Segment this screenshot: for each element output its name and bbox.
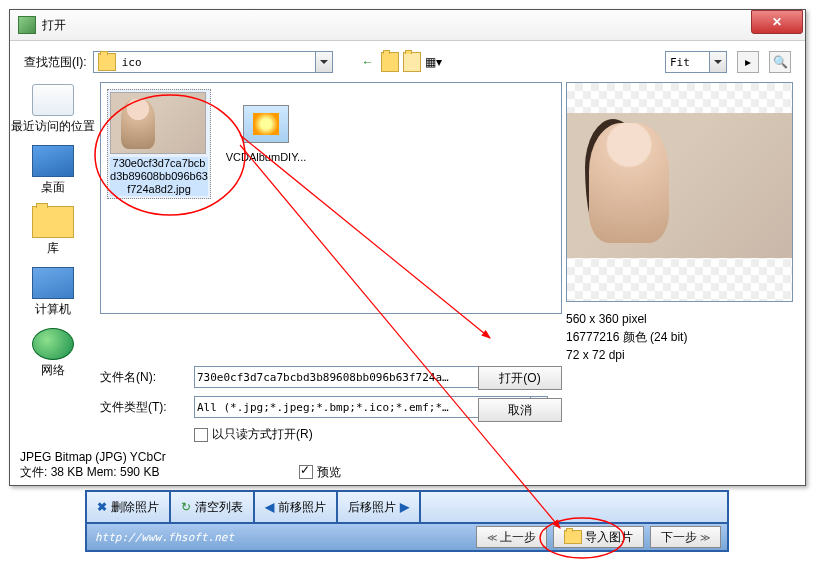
move-prev-button[interactable]: ◀前移照片 bbox=[255, 492, 338, 522]
preview-image bbox=[566, 82, 793, 302]
preview-checkbox[interactable]: 预览 bbox=[299, 464, 341, 481]
preview-dim: 560 x 360 pixel bbox=[566, 310, 791, 328]
place-computer-icon bbox=[32, 267, 74, 299]
place-library[interactable]: 库 bbox=[10, 204, 96, 261]
file-caption: 730e0cf3d7ca7bcbd3b89608bb096b63f724a8d2… bbox=[110, 157, 208, 196]
place-label: 库 bbox=[10, 240, 96, 257]
place-label: 计算机 bbox=[10, 301, 96, 318]
preview-depth: 16777216 颜色 (24 bit) bbox=[566, 328, 791, 346]
file-item[interactable]: VCDAlbumDIY... bbox=[217, 89, 315, 164]
move-next-button[interactable]: 后移照片▶ bbox=[338, 492, 421, 522]
nav-icons: ← ▦▾ bbox=[359, 53, 443, 71]
place-desktop-icon bbox=[32, 145, 74, 177]
file-caption: VCDAlbumDIY... bbox=[217, 151, 315, 164]
app-icon bbox=[18, 16, 36, 34]
status-format: JPEG Bitmap (JPG) YCbCr bbox=[20, 450, 795, 464]
lookin-label: 查找范围(I): bbox=[24, 54, 87, 71]
view-menu-icon[interactable]: ▦▾ bbox=[425, 53, 443, 71]
status-bar: JPEG Bitmap (JPG) YCbCr 文件: 38 KB Mem: 5… bbox=[10, 445, 805, 485]
new-folder-icon[interactable] bbox=[403, 53, 421, 71]
place-recent[interactable]: 最近访问的位置 bbox=[10, 82, 96, 139]
wizard-prev-button[interactable]: ≪上一步 bbox=[476, 526, 547, 548]
chevron-down-icon[interactable] bbox=[315, 52, 332, 72]
file-list[interactable]: 730e0cf3d7ca7bcbd3b89608bb096b63f724a8d2… bbox=[100, 82, 562, 314]
folder-combo[interactable]: ico bbox=[93, 51, 333, 73]
place-desktop[interactable]: 桌面 bbox=[10, 143, 96, 200]
footer-url: http://www.fhsoft.net bbox=[87, 531, 476, 544]
place-computer[interactable]: 计算机 bbox=[10, 265, 96, 322]
titlebar: 打开 ✕ bbox=[10, 10, 805, 41]
magnify-icon[interactable]: 🔍 bbox=[769, 51, 791, 73]
place-library-icon bbox=[32, 206, 74, 238]
preview-dpi: 72 x 72 dpi bbox=[566, 346, 791, 364]
cancel-button[interactable]: 取消 bbox=[478, 398, 562, 422]
place-network-icon bbox=[32, 328, 74, 360]
play-icon[interactable]: ▸ bbox=[737, 51, 759, 73]
close-button[interactable]: ✕ bbox=[751, 10, 803, 34]
file-item[interactable]: 730e0cf3d7ca7bcbd3b89608bb096b63f724a8d2… bbox=[107, 89, 211, 199]
wizard-next-button[interactable]: 下一步≫ bbox=[650, 526, 721, 548]
back-icon[interactable]: ← bbox=[359, 53, 377, 71]
preview-panel: 560 x 360 pixel 16777216 颜色 (24 bit) 72 … bbox=[566, 82, 791, 364]
file-thumbnail bbox=[243, 105, 289, 143]
filename-label: 文件名(N): bbox=[100, 369, 188, 386]
place-label: 网络 bbox=[10, 362, 96, 379]
folder-icon bbox=[98, 53, 116, 71]
open-button[interactable]: 打开(O) bbox=[478, 366, 562, 390]
app-toolbar: ✖删除照片 ↻清空列表 ◀前移照片 后移照片▶ http://www.fhsof… bbox=[85, 490, 729, 552]
readonly-checkbox[interactable]: 以只读方式打开(R) bbox=[194, 426, 313, 443]
place-label: 桌面 bbox=[10, 179, 96, 196]
place-recent-icon bbox=[32, 84, 74, 116]
filetype-label: 文件类型(T): bbox=[100, 399, 188, 416]
place-label: 最近访问的位置 bbox=[10, 118, 96, 135]
place-network[interactable]: 网络 bbox=[10, 326, 96, 383]
status-size: 文件: 38 KB Mem: 590 KB bbox=[20, 464, 159, 481]
up-folder-icon[interactable] bbox=[381, 53, 399, 71]
import-image-button[interactable]: 导入图片 bbox=[553, 526, 644, 548]
open-file-dialog: 打开 ✕ 查找范围(I): ico ← ▦▾ Fit ▸ 🔍 最近访问的位置桌面… bbox=[9, 9, 806, 486]
delete-photo-button[interactable]: ✖删除照片 bbox=[87, 492, 171, 522]
places-bar: 最近访问的位置桌面库计算机网络 bbox=[10, 82, 96, 383]
dialog-title: 打开 bbox=[42, 17, 751, 34]
clear-list-button[interactable]: ↻清空列表 bbox=[171, 492, 255, 522]
fit-combo[interactable]: Fit bbox=[665, 51, 727, 73]
file-thumbnail bbox=[110, 92, 206, 154]
